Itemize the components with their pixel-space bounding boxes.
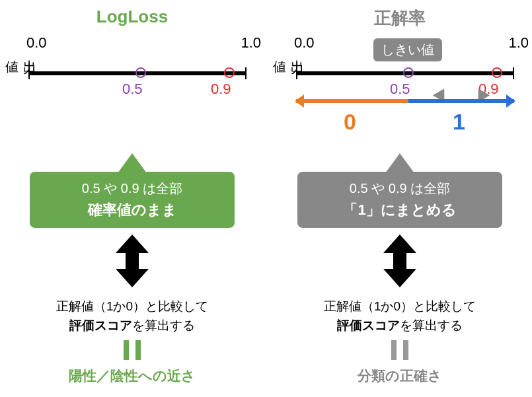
tick-mark-1 bbox=[245, 67, 247, 79]
zone-label-0: 0 bbox=[344, 109, 356, 135]
tick-0: 0.0 bbox=[26, 34, 47, 52]
callout-line1: 0.5 や 0.9 は全部 bbox=[303, 180, 497, 198]
panel-logloss: LogLoss 出力値 0.0 1.0 0.5 0.9 0.5 や 0.9 は全… bbox=[0, 0, 264, 397]
tick-1: 1.0 bbox=[508, 34, 529, 52]
svg-marker-1 bbox=[383, 235, 416, 287]
result-right: 分類の正確さ bbox=[268, 367, 532, 385]
equals-icon bbox=[124, 340, 141, 360]
result-left: 陽性／陰性への近さ bbox=[0, 367, 264, 385]
compare-line1: 正解値（1か0）と比較して bbox=[268, 297, 532, 316]
callout-accuracy: 0.5 や 0.9 は全部 「1」にまとめる bbox=[297, 172, 502, 228]
compare-text-left: 正解値（1か0）と比較して 評価スコアを算出する bbox=[0, 297, 264, 335]
double-arrow-icon bbox=[109, 235, 155, 290]
compare-line1: 正解値（1か0）と比較して bbox=[0, 297, 264, 316]
callout-line2: 「1」にまとめる bbox=[303, 200, 497, 220]
value-05: 0.5 bbox=[390, 81, 410, 98]
value-09: 0.9 bbox=[211, 81, 231, 98]
zone-0-arrow bbox=[296, 99, 408, 103]
compare-text-right: 正解値（1か0）と比較して 評価スコアを算出する bbox=[268, 297, 532, 335]
svg-marker-0 bbox=[116, 235, 149, 287]
marker-09-icon bbox=[492, 67, 502, 78]
zone-1-arrow bbox=[408, 99, 514, 103]
tick-0: 0.0 bbox=[294, 34, 315, 52]
tick-mark-0 bbox=[296, 67, 297, 79]
marker-05-icon bbox=[135, 67, 146, 78]
arrowhead-left-icon bbox=[295, 94, 304, 108]
callout-line1: 0.5 や 0.9 は全部 bbox=[35, 180, 229, 198]
marker-09-icon bbox=[224, 67, 235, 78]
marker-05-icon bbox=[403, 67, 414, 78]
title-accuracy: 正解率 bbox=[268, 7, 532, 30]
tick-mark-0 bbox=[28, 67, 30, 79]
callout-pointer-icon bbox=[118, 153, 147, 173]
compare-line2: 評価スコアを算出する bbox=[0, 316, 264, 336]
callout-pointer-icon bbox=[385, 153, 414, 173]
double-arrow-icon bbox=[377, 235, 423, 290]
value-05: 0.5 bbox=[122, 81, 143, 98]
arrowhead-right-icon bbox=[506, 94, 515, 108]
panel-accuracy: 正解率 しきい値 出力値 0.0 1.0 0.5 0.9 0 1 0.5 や 0… bbox=[268, 0, 532, 397]
equals-icon bbox=[391, 340, 408, 360]
compare-line2: 評価スコアを算出する bbox=[268, 316, 532, 336]
zone-label-1: 1 bbox=[453, 109, 465, 135]
callout-line2: 確率値のまま bbox=[35, 200, 229, 220]
threshold-label: しきい値 bbox=[373, 38, 442, 61]
callout-logloss: 0.5 や 0.9 は全部 確率値のまま bbox=[30, 172, 235, 228]
tick-1: 1.0 bbox=[241, 34, 261, 52]
tick-mark-1 bbox=[513, 67, 514, 79]
title-logloss: LogLoss bbox=[0, 7, 264, 27]
